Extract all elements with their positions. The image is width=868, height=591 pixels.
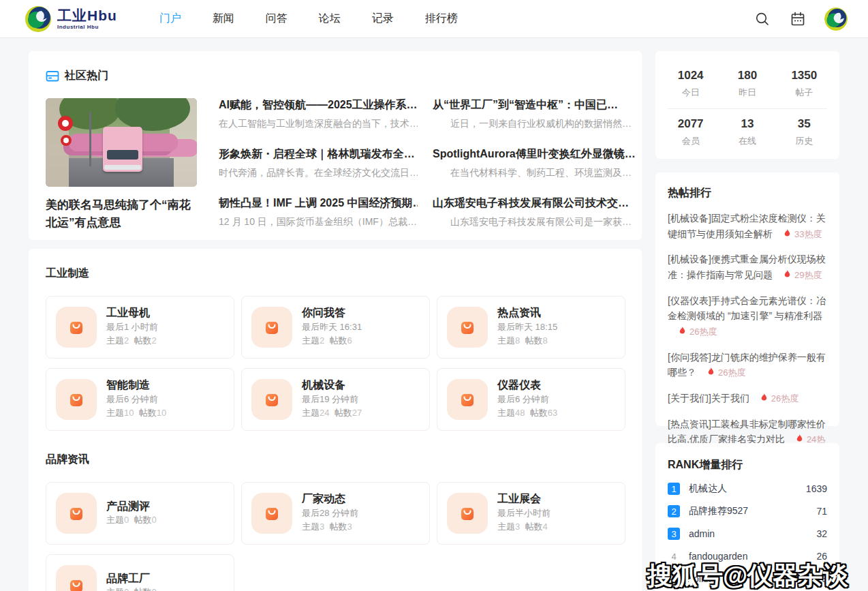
forum-title[interactable]: 仪器仪表 [497, 378, 557, 393]
stat-history: 35历史 [776, 110, 833, 155]
hot-posts-title: 热帖排行 [668, 186, 827, 200]
forum-title[interactable]: 你问我答 [302, 306, 362, 320]
heat-value: 26热度 [689, 327, 717, 337]
calendar-icon[interactable] [789, 10, 807, 28]
forum-stats: 主题10 帖数10 [106, 406, 166, 420]
forum-last: 最后昨天 18:15 [497, 320, 557, 334]
nav-item-ranking[interactable]: 排行榜 [425, 12, 458, 26]
forum-title[interactable]: 厂家动态 [302, 492, 358, 506]
forum-card[interactable]: 智能制造 最后6 分钟前 主题10 帖数10 [46, 368, 234, 431]
logo-text: 工业Hbu Industrial Hbu [57, 8, 117, 30]
rank-value: 1639 [806, 483, 827, 494]
rank-user[interactable]: koikk [689, 573, 711, 584]
forum-title[interactable]: 工业母机 [106, 306, 158, 320]
forum-last: 最后1 小时前 [106, 320, 158, 334]
rank-row[interactable]: 1 机械达人 1639 [668, 483, 827, 495]
forum-card[interactable]: 机械设备 最后19 分钟前 主题24 帖数27 [241, 368, 430, 431]
article-item[interactable]: 山东瑶安电子科技发展有限公司技术交… 山东瑶安电子科技发展有限公司是一家获… [433, 196, 636, 228]
forum-stats: 主题48 帖数63 [497, 406, 557, 420]
hot-post-item[interactable]: [机械设备]便携式重金属分析仪现场校准：操作指南与常见问题29热度 [668, 252, 827, 282]
hot-post-item[interactable]: [机械设备]固定式粉尘浓度检测仪：关键细节与使用须知全解析33热度 [668, 211, 827, 241]
nav-item-news[interactable]: 新闻 [213, 12, 234, 26]
stat-posts: 1350帖子 [776, 62, 833, 107]
heat-value: 33热度 [794, 229, 822, 239]
forum-title[interactable]: 工业展会 [497, 492, 551, 506]
article-list-col2: AI赋能，智控领航——2025工业操作系… 在人工智能与工业制造深度融合的当下，… [219, 98, 418, 245]
forum-card[interactable]: 你问我答 最后昨天 16:31 主题2 帖数6 [241, 296, 430, 359]
article-title[interactable]: 从“世界工厂”到“智造中枢”：中国已… [433, 98, 636, 112]
article-subtitle: 12 月 10 日，国际货币基金组织（IMF）总裁… [219, 216, 418, 228]
forum-card[interactable]: 仪器仪表 最后6 分钟前 主题48 帖数63 [437, 368, 625, 431]
logo-subtitle: Industrial Hbu [57, 25, 117, 30]
forum-card[interactable]: 厂家动态 最后28 分钟前 主题3 帖数3 [241, 482, 430, 545]
bag-icon [251, 379, 292, 420]
community-hot-title: 社区热门 [65, 69, 108, 83]
stat-today: 1024今日 [662, 62, 719, 107]
search-icon[interactable] [754, 10, 771, 28]
article-item[interactable]: AI赋能，智控领航——2025工业操作系… 在人工智能与工业制造深度融合的当下，… [219, 98, 418, 130]
logo-globe-icon [25, 5, 52, 33]
forum-last: 最后昨天 16:31 [302, 320, 362, 334]
forum-title[interactable]: 热点资讯 [497, 306, 557, 320]
brand-forum-grid: 产品测评 主题0 帖数0 厂家动态 最后28 分钟前 主题3 帖数3 工业展会 … [46, 482, 625, 591]
rank-row[interactable]: 4 fandougarden 26 [668, 550, 827, 562]
hot-section-icon [46, 70, 59, 82]
heat-value: 29热度 [794, 270, 822, 280]
article-item[interactable]: 从“世界工厂”到“智造中枢”：中国已… 近日，一则来自行业权威机构的数据悄然… [433, 98, 636, 130]
article-title[interactable]: SpotlightAurora傅里叶变换红外显微镜… [433, 147, 636, 162]
bag-icon [447, 493, 488, 534]
rank-user[interactable]: 机械达人 [689, 483, 727, 495]
community-hot-panel: 社区热门 美的联名马思纯搞了个“南花北运”有点意思 AI赋能，智控领航——202… [29, 51, 642, 240]
rank-row[interactable]: 3 admin 32 [668, 528, 827, 540]
industrial-forum-grid: 工业母机 最后1 小时前 主题2 帖数2 你问我答 最后昨天 16:31 主题2… [46, 296, 625, 431]
rank-row[interactable]: 5 koikk 23 [668, 573, 827, 585]
hot-post-item[interactable]: [你问我答]龙门铣床的维护保养一般有哪些？26热度 [668, 350, 827, 380]
flame-icon [784, 229, 791, 238]
site-logo[interactable]: 工业Hbu Industrial Hbu [25, 5, 117, 33]
flame-icon [784, 270, 791, 279]
forum-card[interactable]: 工业展会 最后半小时前 主题3 帖数4 [437, 482, 625, 545]
rank-user[interactable]: fandougarden [689, 551, 747, 562]
featured-article-title[interactable]: 美的联名马思纯搞了个“南花北运”有点意思 [46, 196, 197, 232]
forum-title[interactable]: 品牌工厂 [106, 572, 157, 586]
stat-online: 13在线 [719, 110, 775, 155]
nav-item-portal[interactable]: 门户 [159, 12, 181, 26]
article-title[interactable]: 山东瑶安电子科技发展有限公司技术交… [433, 196, 636, 211]
rank-user[interactable]: 品牌推荐9527 [689, 505, 748, 517]
forum-card[interactable]: 热点资讯 最后昨天 18:15 主题8 帖数8 [437, 296, 625, 359]
stats-panel: 1024今日 180昨日 1350帖子 2077会员 13在线 35历史 [655, 51, 839, 159]
forum-stats: 主题0 帖数0 [106, 586, 157, 591]
featured-article: 美的联名马思纯搞了个“南花北运”有点意思 [46, 98, 197, 245]
forum-title[interactable]: 智能制造 [106, 378, 166, 393]
article-list-col3: 从“世界工厂”到“智造中枢”：中国已… 近日，一则来自行业权威机构的数据悄然… … [433, 98, 636, 245]
rank-row[interactable]: 2 品牌推荐9527 71 [668, 505, 827, 517]
article-subtitle: 山东瑶安电子科技发展有限公司是一家获… [433, 216, 636, 228]
hot-post-item[interactable]: [关于我们]关于我们26热度 [668, 391, 827, 406]
hot-post-item[interactable]: [仪器仪表]手持式合金元素光谱仪：冶金检测领域的 “加速引擎” 与精准利器26热… [668, 293, 827, 339]
nav-item-qa[interactable]: 问答 [266, 12, 288, 26]
stats-divider [668, 108, 827, 109]
article-title[interactable]: 形象焕新・启程全球｜格林凯瑞发布全… [219, 147, 418, 162]
rank-user[interactable]: admin [689, 528, 715, 539]
article-title[interactable]: 韧性凸显！IMF 上调 2025 中国经济预期… [219, 196, 418, 211]
forum-card[interactable]: 产品测评 主题0 帖数0 [46, 482, 234, 545]
featured-article-image[interactable] [46, 98, 197, 187]
forum-card[interactable]: 工业母机 最后1 小时前 主题2 帖数2 [46, 296, 234, 359]
article-item[interactable]: 韧性凸显！IMF 上调 2025 中国经济预期… 12 月 10 日，国际货币基… [219, 196, 418, 228]
user-avatar[interactable] [824, 7, 848, 31]
article-title[interactable]: AI赋能，智控领航——2025工业操作系… [219, 98, 418, 112]
nav-item-records[interactable]: 记录 [372, 12, 394, 26]
forum-title[interactable]: 机械设备 [302, 378, 362, 393]
forum-last: 最后半小时前 [497, 506, 551, 520]
article-item[interactable]: 形象焕新・启程全球｜格林凯瑞发布全… 时代奔涌，品牌长青。在全球经济文化交流日… [219, 147, 418, 179]
rank-number: 5 [668, 573, 680, 585]
forum-title[interactable]: 产品测评 [106, 500, 157, 514]
flame-icon [796, 434, 803, 443]
page: 工业Hbu Industrial Hbu 门户 新闻 问答 论坛 记录 排行榜 [0, 0, 868, 591]
bag-icon [447, 307, 488, 348]
nav-item-forum[interactable]: 论坛 [319, 12, 341, 26]
rank-value: 71 [816, 506, 827, 517]
article-item[interactable]: SpotlightAurora傅里叶变换红外显微镜… 在当代材料科学、制药工程、… [433, 147, 636, 179]
community-hot-header: 社区热门 [46, 69, 625, 83]
forum-card[interactable]: 品牌工厂 主题0 帖数0 [46, 554, 234, 591]
